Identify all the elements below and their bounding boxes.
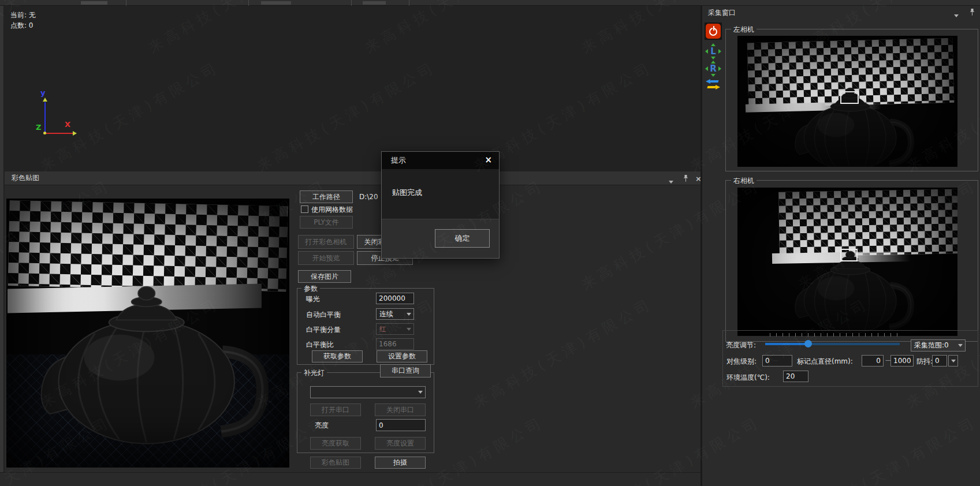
axis-origin-dot xyxy=(43,132,46,134)
use-grid-data-checkbox[interactable] xyxy=(301,205,308,213)
serial-query-button[interactable]: 串口查询 xyxy=(380,364,431,377)
work-path-button[interactable]: 工作路径 xyxy=(300,190,353,203)
ply-file-button[interactable]: PLY文件 xyxy=(300,216,353,229)
open-color-camera-button[interactable]: 打开彩色相机 xyxy=(298,235,354,249)
color-photo-preview xyxy=(6,199,289,468)
exposure-input[interactable]: 200000 xyxy=(376,293,414,304)
swap-left-bar xyxy=(710,80,718,83)
brightness-slider-track-filled[interactable] xyxy=(765,343,808,345)
toolbar-button-fragment xyxy=(261,1,291,5)
pin-icon[interactable] xyxy=(969,8,975,18)
set-brightness-button[interactable]: 亮度设置 xyxy=(375,437,426,450)
serial-port-dropdown[interactable] xyxy=(310,386,426,398)
ambient-temp-input[interactable]: 20 xyxy=(783,371,808,382)
chevron-down-icon[interactable] xyxy=(954,11,959,19)
photo-teapot xyxy=(28,267,283,461)
axis-x-label: X xyxy=(65,120,70,129)
ambient-temp-label: 环境温度(℃): xyxy=(726,373,770,383)
swap-right-arrowhead xyxy=(716,85,720,89)
get-brightness-button[interactable]: 亮度获取 xyxy=(310,437,361,450)
left-cam-marker-box xyxy=(840,91,859,104)
swap-cameras-icon[interactable] xyxy=(706,78,721,91)
antishake-dropdown-arrow[interactable] xyxy=(948,355,958,367)
dialog-ok-button[interactable]: 确定 xyxy=(435,229,490,248)
color-map-panel-header: 彩色贴图 × xyxy=(5,171,700,185)
axis-y-arrowhead xyxy=(43,98,47,102)
brightness-slider-track[interactable] xyxy=(808,343,900,345)
marker-diameter-min-input[interactable]: 0 xyxy=(862,355,884,367)
fill-light-group-title: 补光灯 xyxy=(301,368,327,378)
open-serial-button[interactable]: 打开串口 xyxy=(310,403,361,416)
axis-x-arrowhead xyxy=(73,131,77,136)
capture-panel-title: 采集窗口 xyxy=(708,8,736,18)
marker-diameter-label: 标记点直径(mm): xyxy=(797,357,853,367)
3d-viewport[interactable]: 当前: 无 点数: 0 y X Z xyxy=(5,6,700,171)
message-dialog: 提示 × 贴图完成 确定 xyxy=(381,151,500,259)
dialog-titlebar: 提示 × xyxy=(382,152,499,169)
right-camera-nav-icon[interactable]: R xyxy=(706,61,721,76)
pin-icon[interactable] xyxy=(683,174,689,184)
brightness-adjust-label: 亮度调节: xyxy=(726,341,756,350)
left-camera-nav-icon[interactable]: L xyxy=(706,44,721,59)
antishake-value-box[interactable]: 0 xyxy=(932,355,947,367)
axis-gizmo: y X Z xyxy=(28,84,91,147)
right-camera-label: 右相机 xyxy=(731,176,757,186)
power-icon-bar xyxy=(713,26,715,31)
lamp-brightness-label: 亮度 xyxy=(315,421,329,431)
dialog-message: 贴图完成 xyxy=(392,188,422,198)
toolbar-button-fragment xyxy=(81,1,107,5)
left-gutter xyxy=(0,6,4,486)
bottom-strip xyxy=(0,472,700,486)
dialog-footer: 确定 xyxy=(382,219,499,258)
marker-diameter-max-input[interactable]: 1000 xyxy=(890,355,914,367)
set-params-button[interactable]: 设置参数 xyxy=(377,350,427,362)
dialog-close-icon[interactable]: × xyxy=(485,156,492,165)
wb-component-dropdown[interactable]: 红 xyxy=(376,323,414,335)
capture-panel-header: 采集窗口 xyxy=(702,6,980,20)
antishake-label: 防抖: xyxy=(916,357,933,367)
right-camera-letter: R xyxy=(706,61,721,76)
toolbar-separator xyxy=(126,0,126,6)
swap-right-bar xyxy=(707,86,716,88)
chevron-down-icon[interactable] xyxy=(669,177,673,185)
right-camera-image xyxy=(737,188,957,336)
wb-ratio-label: 白平衡比 xyxy=(306,340,334,350)
toolbar-button-fragment xyxy=(363,1,386,5)
slider-ticks xyxy=(770,333,900,337)
capture-range-dropdown[interactable]: 采集范围:0 xyxy=(911,339,966,352)
get-params-button[interactable]: 获取参数 xyxy=(312,350,363,362)
toolbar-separator xyxy=(248,0,249,6)
axis-y-label: y xyxy=(40,88,45,97)
axis-x-line xyxy=(45,133,74,134)
lamp-brightness-input[interactable]: 0 xyxy=(376,419,426,431)
axis-z-label: Z xyxy=(36,123,41,132)
teapot-graphic xyxy=(28,267,283,461)
exposure-label: 曝光 xyxy=(306,294,320,304)
capture-window-panel: 采集窗口 L R xyxy=(702,6,980,486)
axis-y-line xyxy=(44,102,46,133)
power-button[interactable] xyxy=(706,24,721,39)
save-image-button[interactable]: 保存图片 xyxy=(298,270,351,283)
close-serial-button[interactable]: 关闭串口 xyxy=(375,403,426,416)
work-path-value: D:\20 xyxy=(359,193,378,201)
color-map-button[interactable]: 彩色贴图 xyxy=(310,457,361,469)
current-model-label: 当前: 无 xyxy=(10,10,36,20)
focus-level-label: 对焦级别: xyxy=(726,357,757,367)
color-map-panel-title: 彩色贴图 xyxy=(12,173,39,183)
params-group-title: 参数 xyxy=(301,284,320,294)
use-grid-data-label: 使用网格数据 xyxy=(311,205,353,215)
wb-component-label: 白平衡分量 xyxy=(306,325,341,335)
brightness-slider-handle[interactable] xyxy=(804,340,812,347)
dialog-title: 提示 xyxy=(391,155,406,166)
left-camera-letter: L xyxy=(706,44,721,59)
color-map-panel: 彩色贴图 × 工作路径 D:\20 使用 xyxy=(5,171,700,472)
auto-white-balance-label: 自动白平衡 xyxy=(306,310,341,320)
right-cam-marker-box xyxy=(840,249,858,261)
wb-ratio-input[interactable]: 1686 xyxy=(376,338,414,350)
focus-level-input[interactable]: 0 xyxy=(762,355,792,367)
auto-white-balance-dropdown[interactable]: 连续 xyxy=(376,308,414,320)
capture-button[interactable]: 拍摄 xyxy=(375,457,426,469)
toolbar-separator xyxy=(351,0,352,6)
start-preview-button[interactable]: 开始预览 xyxy=(298,251,354,265)
application-window: 当前: 无 点数: 0 y X Z 彩色贴图 × xyxy=(0,0,980,486)
